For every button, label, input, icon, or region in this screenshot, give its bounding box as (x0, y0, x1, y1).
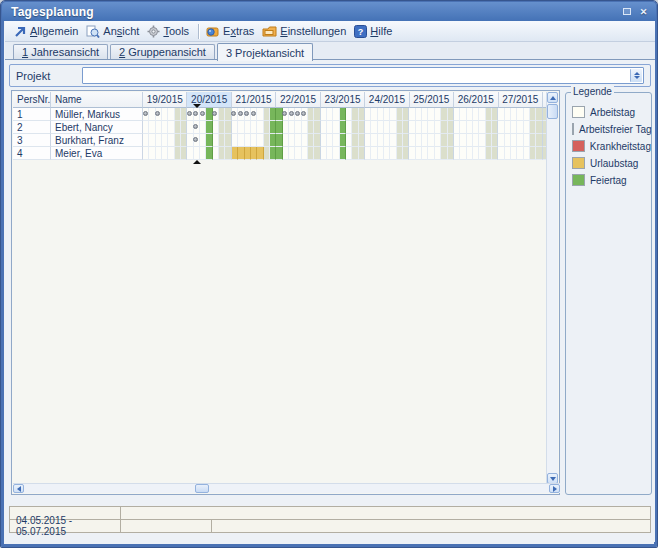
booking-dot-icon (193, 111, 198, 116)
week-header-21-2015[interactable]: 21/2015 (232, 92, 276, 108)
table-row[interactable]: 3Burkhart, Franz (13, 134, 548, 147)
legend-swatch (572, 106, 585, 118)
legend-item: Arbeitsfreier Tag (572, 123, 651, 135)
booking-dot-icon (212, 111, 217, 116)
table-row[interactable]: 1Müller, Markus (13, 108, 548, 121)
tab-strip: 1 Jahresansicht2 Gruppenansicht3 Projekt… (5, 42, 655, 59)
table-row[interactable]: 4Meier, Eva (13, 147, 548, 160)
combobox-dropdown-button[interactable] (630, 69, 642, 82)
scroll-left-button[interactable] (13, 484, 24, 493)
menu-bar: AllgemeinAnsichtToolsExtrasEinstellungen… (5, 21, 655, 42)
cell-persnr: 2 (13, 121, 51, 134)
legend-swatch (572, 157, 585, 169)
svg-text:?: ? (358, 27, 364, 37)
booking-dot-icon (155, 111, 160, 116)
status-date-range: 04.05.2015 - 05.07.2015 (10, 520, 121, 532)
scroll-up-button[interactable] (547, 92, 558, 103)
booking-dot-icon (143, 111, 148, 116)
booking-dot-icon (193, 137, 198, 142)
close-button[interactable]: ✕ (637, 5, 650, 18)
project-combobox[interactable] (82, 67, 644, 84)
legend-swatch (572, 140, 585, 152)
menu-item-tools[interactable]: Tools (144, 23, 194, 40)
cell-name[interactable]: Müller, Markus (51, 108, 143, 121)
arrow-down-icon (550, 477, 556, 481)
vertical-scrollbar[interactable] (546, 92, 558, 484)
legend-swatch (572, 123, 574, 135)
tab-3-projektansicht[interactable]: 3 Projektansicht (217, 43, 313, 61)
booking-dot-icon (238, 111, 243, 116)
cell-persnr: 4 (13, 147, 51, 160)
chevron-down-icon (634, 76, 640, 79)
cell-name[interactable]: Meier, Eva (51, 147, 143, 160)
tab-1-jahresansicht[interactable]: 1 Jahresansicht (13, 44, 108, 60)
menu-item-einstellungen[interactable]: Einstellungen (259, 23, 351, 40)
legend-label: Feiertag (590, 175, 627, 186)
table-row[interactable]: 2Ebert, Nancy (13, 121, 548, 134)
vertical-scroll-thumb[interactable] (547, 104, 558, 119)
booking-dot-icon (289, 111, 294, 116)
legend-item: Arbeitstag (572, 106, 651, 118)
today-marker-top-icon (193, 104, 201, 108)
legend-label: Urlaubstag (590, 158, 638, 169)
menu-item-ansicht[interactable]: Ansicht (83, 23, 144, 40)
week-header-24-2015[interactable]: 24/2015 (365, 92, 409, 108)
week-header-26-2015[interactable]: 26/2015 (454, 92, 498, 108)
legend-item: Feiertag (572, 174, 651, 186)
cell-name[interactable]: Ebert, Nancy (51, 121, 143, 134)
scroll-right-button[interactable] (549, 484, 560, 493)
booking-dot-icon (244, 111, 249, 116)
booking-dot-icon (301, 111, 306, 116)
week-header-19-2015[interactable]: 19/2015 (143, 92, 187, 108)
column-header-name[interactable]: Name (51, 92, 143, 108)
planner-table: PersNr.Name19/201520/201521/201522/20152… (11, 90, 560, 495)
booking-dot-icon (187, 111, 192, 116)
legend-groupbox: Legende ArbeitstagArbeitsfreier TagKrank… (565, 92, 652, 495)
restore-icon (623, 8, 631, 15)
column-header-persnr[interactable]: PersNr. (13, 92, 51, 108)
menu-item-extras[interactable]: Extras (203, 23, 259, 40)
arrow-up-right-icon (14, 25, 27, 38)
planner-header-row: PersNr.Name19/201520/201521/201522/20152… (13, 92, 548, 108)
status-bar-lower: 04.05.2015 - 05.07.2015 (9, 519, 651, 533)
booking-dot-icon (251, 111, 256, 116)
menu-item-hilfe[interactable]: ?Hilfe (351, 23, 397, 40)
menu-item-allgemein[interactable]: Allgemein (11, 23, 83, 40)
week-header-27-2015[interactable]: 27/2015 (499, 92, 543, 108)
menu-item-label: Tools (163, 25, 189, 37)
arrow-right-icon (553, 486, 557, 492)
project-label: Projekt (10, 70, 82, 82)
gear-icon (147, 25, 160, 38)
menu-item-label: Ansicht (103, 25, 139, 37)
title-bar[interactable]: Tagesplanung ✕ (2, 2, 656, 21)
content-panel: Projekt PersNr.Name19/201520/201521/2015… (5, 59, 655, 542)
arrow-up-icon (550, 96, 556, 100)
settings-folder-icon (262, 25, 277, 38)
booking-dot-icon (282, 111, 287, 116)
horizontal-scroll-thumb[interactable] (195, 484, 209, 493)
week-header-22-2015[interactable]: 22/2015 (276, 92, 320, 108)
menu-item-label: Einstellungen (280, 25, 346, 37)
restore-button[interactable] (620, 5, 633, 18)
horizontal-scrollbar[interactable] (13, 483, 560, 493)
legend-item: Krankheitstag (572, 140, 651, 152)
menu-item-label: Allgemein (30, 25, 78, 37)
chevron-up-icon (634, 72, 640, 75)
today-marker-bottom-icon (193, 160, 201, 164)
cell-name[interactable]: Burkhart, Franz (51, 134, 143, 147)
legend-label: Arbeitsfreier Tag (579, 124, 652, 135)
week-header-25-2015[interactable]: 25/2015 (410, 92, 454, 108)
legend-swatch (572, 174, 585, 186)
project-groupbox: Projekt (9, 64, 651, 87)
window-title: Tagesplanung (11, 5, 94, 19)
menu-item-label: Extras (223, 25, 254, 37)
planner-grid: PersNr.Name19/201520/201521/201522/20152… (13, 92, 548, 160)
cell-persnr: 1 (13, 108, 51, 121)
week-header-23-2015[interactable]: 23/2015 (321, 92, 365, 108)
legend-title: Legende (571, 86, 614, 97)
arrow-left-icon (17, 486, 21, 492)
legend-label: Arbeitstag (590, 107, 635, 118)
tab-2-gruppenansicht[interactable]: 2 Gruppenansicht (110, 44, 215, 60)
status-cell (121, 507, 650, 519)
magnifier-icon (86, 25, 100, 38)
